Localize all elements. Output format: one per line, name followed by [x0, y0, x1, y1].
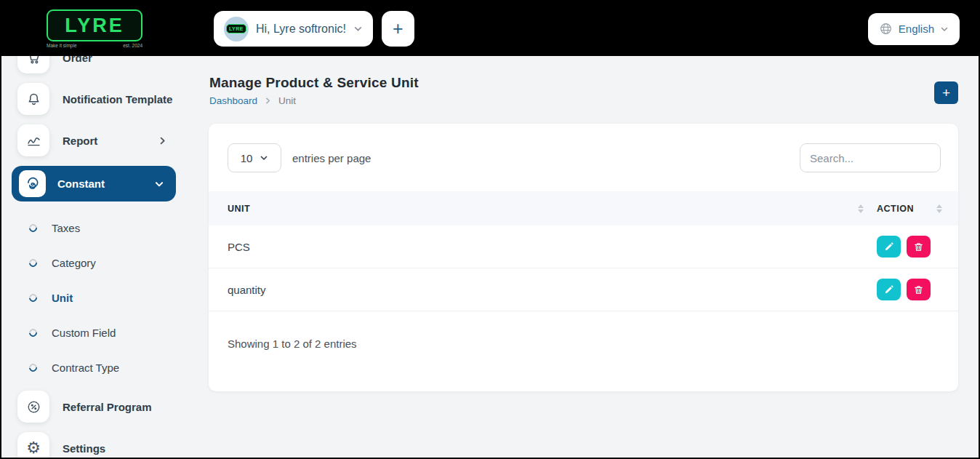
sidebar-item-label: Constant — [57, 177, 105, 190]
pencil-icon — [883, 284, 894, 295]
edit-button[interactable] — [877, 279, 901, 300]
page-title: Manage Product & Service Unit — [209, 75, 979, 91]
chevron-down-icon — [154, 179, 164, 189]
breadcrumb-current: Unit — [278, 95, 296, 106]
entries-per-page-value: 10 — [241, 152, 253, 164]
action-cell — [877, 279, 958, 300]
subitem-label: Unit — [52, 292, 73, 304]
sort-icon[interactable] — [936, 204, 942, 213]
globe-icon — [879, 22, 893, 36]
sidebar-subitem-unit[interactable]: Unit — [1, 280, 192, 315]
language-selector[interactable]: English — [868, 13, 960, 45]
sidebar-item-label: Report — [63, 135, 97, 147]
sidebar-subitem-custom-field[interactable]: Custom Field — [1, 315, 192, 350]
logo-tagline: Make it simple — [47, 43, 77, 48]
language-label: English — [899, 23, 934, 35]
breadcrumb: Dashboard Unit — [209, 95, 979, 106]
action-column-header-cell: ACTION — [877, 204, 958, 214]
logo-box: LYRE — [47, 9, 142, 41]
quick-add-button[interactable]: + — [382, 11, 414, 47]
action-column-header[interactable]: ACTION — [877, 204, 914, 214]
chevron-down-icon — [353, 24, 363, 33]
logo-taglines: Make it simple est. 2024 — [47, 43, 142, 48]
entries-per-page-select[interactable]: 10 — [228, 143, 281, 172]
bullet-icon — [28, 257, 39, 268]
bell-icon — [17, 83, 49, 115]
trash-icon — [913, 242, 924, 252]
logo-text: LYRE — [65, 15, 124, 37]
subitem-label: Taxes — [52, 222, 80, 234]
unit-cell: PCS — [209, 241, 877, 253]
chevron-down-icon — [260, 153, 268, 162]
table-header: UNIT ACTION — [209, 191, 958, 225]
subitem-label: Category — [52, 257, 96, 269]
sidebar-item-settings[interactable]: Settings — [17, 432, 192, 458]
chevron-right-icon — [158, 136, 167, 145]
table-controls: 10 entries per page — [209, 124, 958, 172]
trash-icon — [913, 284, 924, 295]
add-unit-button[interactable]: + — [934, 81, 958, 104]
sidebar-item-referral-program[interactable]: Referral Program — [17, 391, 192, 423]
bullet-icon — [28, 222, 39, 233]
entries-per-page-label: entries per page — [292, 152, 371, 164]
swirl-icon — [19, 170, 46, 197]
breadcrumb-separator-icon — [264, 97, 272, 105]
sidebar-item-constant[interactable]: Constant — [12, 166, 176, 201]
sidebar-bottom: Referral Program Settings — [1, 391, 192, 458]
edit-button[interactable] — [877, 236, 901, 258]
sidebar-item-label: Settings — [63, 442, 105, 455]
sidebar-item-order[interactable]: Order — [17, 56, 192, 73]
bullet-icon — [28, 292, 39, 303]
topbar: LYRE Make it simple est. 2024 LYRE Hi, L… — [1, 1, 979, 56]
logo-year: est. 2024 — [123, 43, 142, 48]
unit-column-header-cell: UNIT — [209, 204, 877, 214]
bullet-icon — [28, 327, 39, 338]
sidebar-subitem-contract-type[interactable]: Contract Type — [1, 350, 192, 385]
sidebar-subitem-category[interactable]: Category — [1, 245, 192, 280]
avatar-logo-text: LYRE — [226, 24, 246, 33]
sidebar-item-label: Notification Template — [63, 93, 172, 105]
subitem-label: Contract Type — [52, 362, 119, 374]
delete-button[interactable] — [907, 279, 931, 300]
subitem-label: Custom Field — [52, 327, 116, 339]
table-row: quantity — [209, 268, 958, 311]
sort-icon[interactable] — [858, 204, 864, 213]
badge-percent-icon — [17, 391, 49, 423]
table-info: Showing 1 to 2 of 2 entries — [209, 311, 958, 350]
sidebar-subitem-taxes[interactable]: Taxes — [1, 210, 192, 245]
constant-submenu: Taxes Category Unit Custom Field Contrac… — [1, 210, 192, 385]
bullet-icon — [28, 362, 39, 372]
sidebar: Order Notification Template Report — [1, 56, 192, 458]
main-content: Manage Product & Service Unit Dashboard … — [192, 56, 979, 458]
unit-table-card: 10 entries per page UNIT ACTION — [209, 124, 958, 391]
sidebar-item-notification-template[interactable]: Notification Template — [17, 83, 192, 115]
pencil-icon — [883, 242, 894, 252]
user-menu[interactable]: LYRE Hi, Lyre softronic! — [214, 11, 373, 47]
search-input[interactable] — [800, 143, 941, 172]
brand-logo[interactable]: LYRE Make it simple est. 2024 — [47, 9, 142, 48]
sidebar-item-label: Order — [63, 56, 92, 64]
action-cell — [877, 236, 958, 258]
gear-icon — [17, 432, 49, 458]
table-row: PCS — [209, 225, 958, 268]
avatar: LYRE — [224, 17, 249, 41]
breadcrumb-dashboard-link[interactable]: Dashboard — [209, 95, 257, 106]
user-greeting: Hi, Lyre softronic! — [256, 23, 346, 36]
unit-cell: quantity — [209, 284, 877, 296]
unit-column-header[interactable]: UNIT — [228, 204, 250, 214]
app-window: LYRE Make it simple est. 2024 LYRE Hi, L… — [0, 0, 980, 459]
delete-button[interactable] — [907, 236, 931, 258]
chevron-down-icon — [940, 25, 949, 33]
sidebar-item-label: Referral Program — [63, 401, 152, 413]
cart-icon — [17, 56, 49, 73]
chart-icon — [17, 124, 49, 156]
sidebar-item-report[interactable]: Report — [17, 124, 192, 156]
